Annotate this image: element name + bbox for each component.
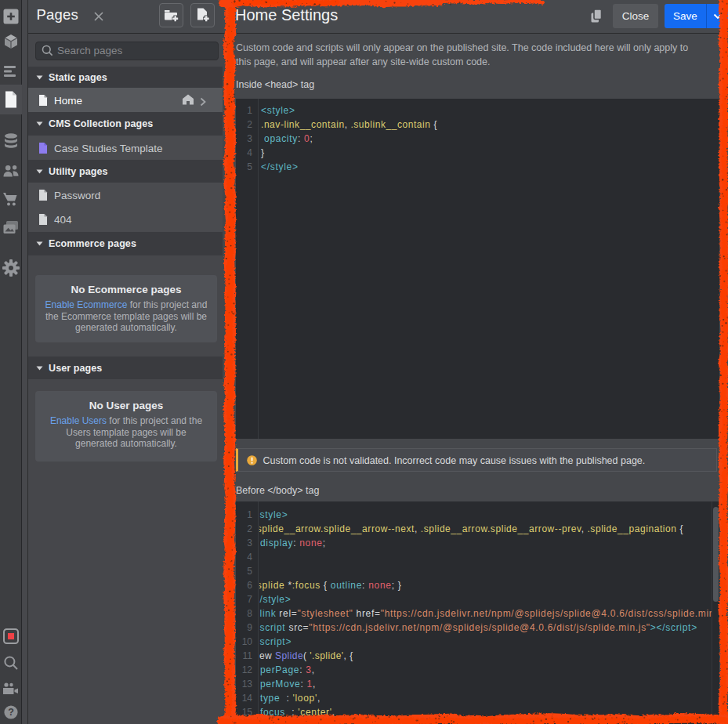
svg-text:?: ? bbox=[8, 707, 14, 718]
